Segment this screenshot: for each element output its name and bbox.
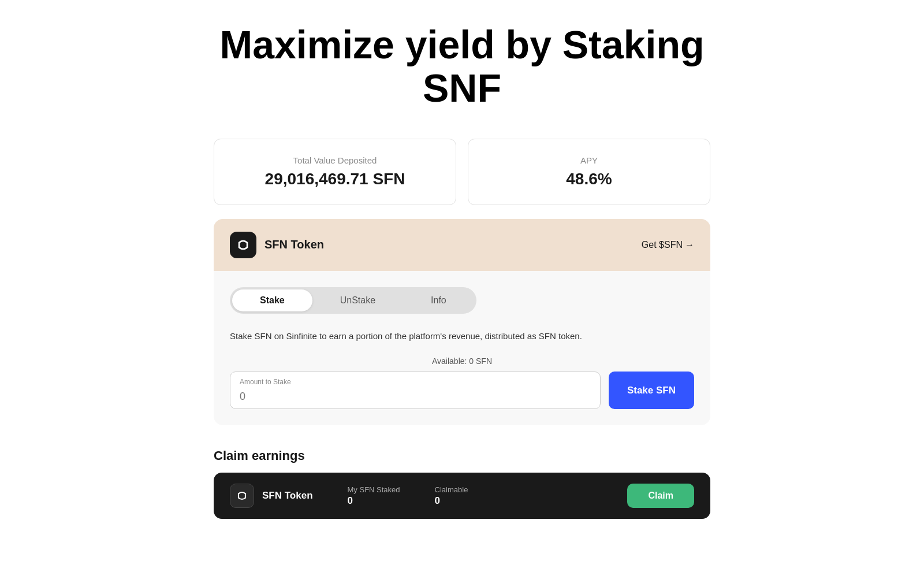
claim-staked-value: 0 — [348, 495, 400, 507]
stake-input-row: Amount to Stake Stake SFN — [230, 372, 694, 409]
claim-token-left: SFN Token — [230, 484, 313, 508]
claim-claimable-value: 0 — [435, 495, 468, 507]
claim-card: SFN Token My SFN Staked 0 Claimable 0 Cl… — [214, 473, 710, 519]
available-balance: Available: 0 SFN — [230, 356, 694, 366]
tabs-container: Stake UnStake Info — [230, 287, 476, 314]
claim-staked-label: My SFN Staked — [348, 485, 400, 494]
staking-body: Stake UnStake Info Stake SFN on Sinfinit… — [214, 271, 710, 426]
tvd-label: Total Value Deposited — [293, 155, 377, 165]
tab-unstake[interactable]: UnStake — [312, 289, 403, 311]
token-header: SFN Token Get $SFN → — [214, 219, 710, 271]
stats-row: Total Value Deposited 29,016,469.71 SFN … — [214, 139, 710, 205]
claim-token-name: SFN Token — [262, 490, 313, 502]
get-sfn-link[interactable]: Get $SFN → — [642, 240, 694, 250]
amount-to-stake-input[interactable] — [240, 379, 591, 403]
claim-token-logo-icon — [230, 484, 254, 508]
claim-title: Claim earnings — [214, 448, 710, 463]
apy-card: APY 48.6% — [468, 139, 710, 205]
page-title: Maximize yield by Staking SNF — [214, 23, 710, 110]
stake-description: Stake SFN on Sinfinite to earn a portion… — [230, 330, 694, 343]
stake-sfn-button[interactable]: Stake SFN — [609, 372, 694, 409]
claim-button[interactable]: Claim — [627, 484, 694, 508]
tab-info[interactable]: Info — [403, 289, 474, 311]
claim-staked-stat: My SFN Staked 0 — [348, 485, 400, 507]
apy-label: APY — [580, 155, 598, 165]
tab-stake[interactable]: Stake — [232, 289, 312, 311]
token-name: SFN Token — [264, 238, 324, 251]
amount-input-label: Amount to Stake — [240, 378, 291, 386]
token-header-left: SFN Token — [230, 232, 324, 258]
staking-panel: SFN Token Get $SFN → Stake UnStake Info … — [214, 219, 710, 426]
tvd-value: 29,016,469.71 SFN — [265, 170, 405, 188]
tvd-card: Total Value Deposited 29,016,469.71 SFN — [214, 139, 456, 205]
claim-claimable-stat: Claimable 0 — [435, 485, 468, 507]
token-logo-icon — [230, 232, 256, 258]
claim-button-wrapper: Claim — [627, 484, 694, 508]
amount-input-wrapper: Amount to Stake — [230, 372, 601, 409]
claim-section: Claim earnings SFN Token My SFN Staked 0 — [214, 448, 710, 519]
claim-claimable-label: Claimable — [435, 485, 468, 494]
apy-value: 48.6% — [566, 170, 612, 188]
